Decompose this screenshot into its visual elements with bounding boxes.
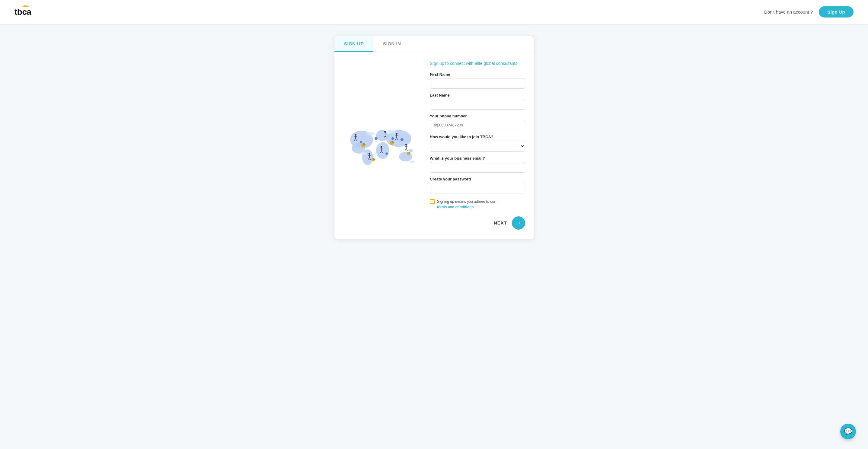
logo-arc-icon [22,5,29,8]
logo: tbca [14,7,31,17]
svg-point-46 [375,137,378,140]
svg-point-32 [380,146,382,148]
svg-point-48 [360,141,362,143]
last-name-input[interactable] [430,99,525,109]
password-input[interactable] [430,183,525,193]
email-input[interactable] [430,162,525,172]
svg-line-40 [405,149,406,151]
form-tagline: Sign up to connect with elite global con… [430,61,525,67]
map-illustration-container [343,61,421,230]
terms-row: Signing up means you adhere to our terms… [430,199,525,210]
dont-have-account-text: Don't have an account ? [764,9,813,14]
svg-point-8 [366,132,375,135]
svg-point-12 [354,134,356,135]
svg-point-11 [409,161,415,163]
svg-point-2 [362,149,373,165]
signup-button[interactable]: Sign Up [819,6,854,18]
svg-point-27 [369,153,370,155]
chat-bubble-button[interactable]: 💬 [840,424,856,439]
svg-point-10 [360,152,367,155]
header-right: Don't have an account ? Sign Up [764,6,854,18]
join-label: How would you like to join TBCA? [430,135,525,139]
header: tbca Don't have an account ? Sign Up [0,0,868,24]
next-label: NEXT [494,220,507,225]
svg-point-49 [401,138,404,141]
first-name-input[interactable] [430,78,525,89]
email-label: What is your business email? [430,156,525,161]
svg-line-41 [406,149,407,151]
svg-point-9 [386,130,396,133]
card-body: Sign up to connect with elite global con… [334,52,534,239]
tab-signup[interactable]: SIGN UP [334,36,373,52]
chat-icon: 💬 [844,427,852,436]
next-row: NEXT → [430,216,525,230]
tabs-container: SIGN UP SIGN IN [334,36,534,52]
phone-group: Your phone number [430,114,525,130]
phone-label: Your phone number [430,114,525,118]
join-select[interactable]: As a Consultant As a Client [430,140,525,152]
svg-point-4 [376,142,389,159]
main-content: SIGN UP SIGN IN [0,24,868,449]
last-name-label: Last Name [430,93,525,97]
phone-input[interactable] [430,120,525,130]
next-button[interactable]: → [512,216,525,230]
auth-card: SIGN UP SIGN IN [334,36,534,239]
password-label: Create your password [430,177,525,181]
tab-signin[interactable]: SIGN IN [373,36,410,52]
terms-checkbox[interactable] [430,199,435,204]
svg-point-17 [384,131,386,133]
arrow-right-icon: → [516,219,522,226]
signup-form: Sign up to connect with elite global con… [430,61,525,230]
password-group: Create your password [430,177,525,193]
logo-text: tbca [14,7,31,17]
svg-point-50 [385,152,388,155]
terms-text: Signing up means you adhere to our terms… [437,199,495,210]
svg-point-37 [405,143,407,146]
email-group: What is your business email? [430,156,525,172]
join-group: How would you like to join TBCA? As a Co… [430,135,525,152]
last-name-group: Last Name [430,93,525,109]
first-name-label: First Name [430,72,525,77]
world-map-icon [346,118,418,172]
terms-link[interactable]: terms and conditions [437,205,473,209]
first-name-group: First Name [430,72,525,89]
svg-point-47 [392,137,394,140]
svg-point-22 [396,133,398,135]
